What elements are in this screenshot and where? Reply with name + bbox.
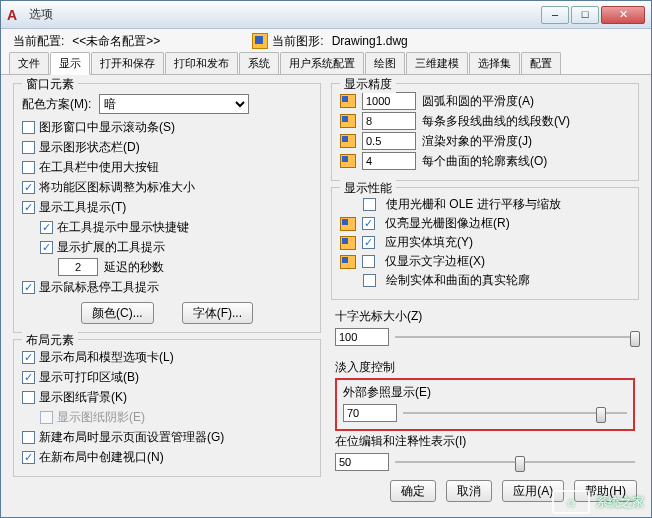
tab-0[interactable]: 文件 [9,52,49,74]
fonts-button[interactable]: 字体(F)... [182,302,253,324]
checkbox[interactable] [22,351,35,364]
resolution-label: 每个曲面的轮廓素线(O) [422,153,547,170]
window-title: 选项 [29,6,539,23]
watermark-text: 系统之家 [596,494,644,511]
close-button[interactable]: ✕ [601,6,645,24]
cancel-button[interactable]: 取消 [446,480,492,502]
setting-icon [340,134,356,148]
checkbox[interactable] [22,431,35,444]
tab-4[interactable]: 系统 [239,52,279,74]
checkbox[interactable] [22,201,35,214]
group-title: 窗口元素 [22,76,78,93]
inplace-slider[interactable] [395,454,635,470]
checkbox[interactable] [40,221,53,234]
tab-9[interactable]: 配置 [521,52,561,74]
group-fade-control: 淡入度控制 外部参照显示(E) 在位编辑和注释性表示(I) [331,357,639,476]
minimize-button[interactable]: – [541,6,569,24]
checkbox-label: 显示图形状态栏(D) [39,139,140,156]
checkbox[interactable] [362,236,375,249]
current-profile-label: 当前配置: [13,33,64,50]
current-profile-value: <<未命名配置>> [72,33,252,50]
delay-seconds-label: 延迟的秒数 [104,259,164,276]
ok-button[interactable]: 确定 [390,480,436,502]
colors-button[interactable]: 颜色(C)... [81,302,154,324]
watermark: ⌂ 系统之家 [552,490,644,514]
watermark-logo-icon: ⌂ [552,490,590,514]
resolution-input[interactable] [362,112,416,130]
tab-8[interactable]: 选择集 [469,52,520,74]
group-window-elements: 窗口元素 配色方案(M): 暗 图形窗口中显示滚动条(S)显示图形状态栏(D)在… [13,83,321,333]
checkbox-label: 绘制实体和曲面的真实轮廓 [386,272,530,289]
checkbox-label: 显示扩展的工具提示 [57,239,165,256]
group-title: 显示精度 [340,76,396,93]
tab-2[interactable]: 打开和保存 [91,52,164,74]
fade-title: 淡入度控制 [335,359,635,376]
xref-display-input[interactable] [343,404,397,422]
checkbox[interactable] [22,391,35,404]
group-display-resolution: 显示精度 圆弧和圆的平滑度(A)每条多段线曲线的线段数(V)渲染对象的平滑度(J… [331,83,639,181]
resolution-input[interactable] [362,92,416,110]
mouse-hover-tooltip-label: 显示鼠标悬停工具提示 [39,279,159,296]
tabstrip: 文件显示打开和保存打印和发布系统用户系统配置绘图三维建模选择集配置 [1,53,651,75]
checkbox[interactable] [22,181,35,194]
maximize-button[interactable]: □ [571,6,599,24]
current-drawing-label: 当前图形: [272,33,323,50]
checkbox-label: 在工具提示中显示快捷键 [57,219,189,236]
group-title: 布局元素 [22,332,78,349]
crosshair-slider[interactable] [395,329,635,345]
checkbox[interactable] [362,255,375,268]
checkbox[interactable] [22,281,35,294]
setting-icon [340,236,356,250]
checkbox[interactable] [22,371,35,384]
crosshair-label: 十字光标大小(Z) [335,308,635,325]
group-display-performance: 显示性能 使用光栅和 OLE 进行平移与缩放仅亮显光栅图像边框(R)应用实体填充… [331,187,639,300]
drawing-icon [252,33,268,49]
delay-seconds-input[interactable] [58,258,98,276]
checkbox[interactable] [22,121,35,134]
checkbox-label: 在工具栏中使用大按钮 [39,159,159,176]
checkbox-label: 使用光栅和 OLE 进行平移与缩放 [386,196,561,213]
setting-icon [340,154,356,168]
crosshair-size-input[interactable] [335,328,389,346]
checkbox-label: 在新布局中创建视口(N) [39,449,164,466]
inplace-edit-input[interactable] [335,453,389,471]
xref-display-label: 外部参照显示(E) [343,384,627,401]
app-icon: A [7,7,23,23]
setting-icon [340,217,356,231]
checkbox-label: 显示图纸背景(K) [39,389,127,406]
group-crosshair-size: 十字光标大小(Z) [331,306,639,351]
config-row: 当前配置: <<未命名配置>> 当前图形: Drawing1.dwg [1,29,651,53]
checkbox[interactable] [22,141,35,154]
inplace-edit-label: 在位编辑和注释性表示(I) [335,433,635,450]
checkbox-label: 将功能区图标调整为标准大小 [39,179,195,196]
tab-5[interactable]: 用户系统配置 [280,52,364,74]
xref-slider[interactable] [403,405,627,421]
tab-7[interactable]: 三维建模 [406,52,468,74]
checkbox[interactable] [362,217,375,230]
checkbox[interactable] [363,198,376,211]
titlebar: A 选项 – □ ✕ [1,1,651,29]
resolution-label: 圆弧和圆的平滑度(A) [422,93,534,110]
tab-6[interactable]: 绘图 [365,52,405,74]
checkbox[interactable] [22,161,35,174]
checkbox [40,411,53,424]
resolution-label: 渲染对象的平滑度(J) [422,133,532,150]
checkbox[interactable] [22,451,35,464]
tab-3[interactable]: 打印和发布 [165,52,238,74]
resolution-label: 每条多段线曲线的线段数(V) [422,113,570,130]
checkbox-label: 应用实体填充(Y) [385,234,473,251]
checkbox[interactable] [363,274,376,287]
checkbox[interactable] [40,241,53,254]
resolution-input[interactable] [362,152,416,170]
tab-1[interactable]: 显示 [50,52,90,75]
current-drawing-value: Drawing1.dwg [332,34,408,48]
checkbox-label: 显示布局和模型选项卡(L) [39,349,174,366]
color-scheme-label: 配色方案(M): [22,96,91,113]
setting-icon [340,255,356,269]
color-scheme-select[interactable]: 暗 [99,94,249,114]
checkbox-label: 显示图纸阴影(E) [57,409,145,426]
checkbox-label: 新建布局时显示页面设置管理器(G) [39,429,224,446]
setting-icon [340,94,356,108]
checkbox-label: 显示可打印区域(B) [39,369,139,386]
resolution-input[interactable] [362,132,416,150]
